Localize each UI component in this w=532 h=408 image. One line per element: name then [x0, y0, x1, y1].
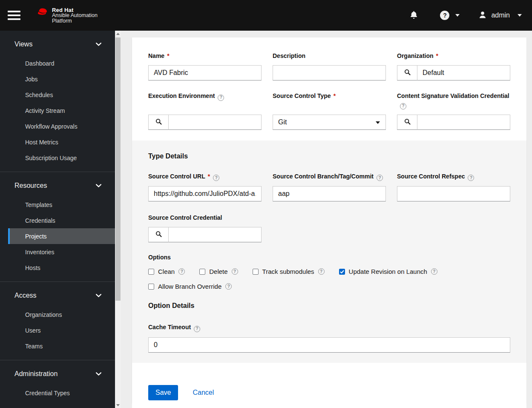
option-checkbox[interactable]	[148, 284, 154, 290]
brand-logo[interactable]: Red Hat Ansible Automation Platform	[36, 7, 98, 24]
nav-toggle-button[interactable]	[8, 11, 20, 20]
option-checkbox[interactable]	[339, 269, 345, 275]
option-label[interactable]: Delete	[209, 268, 227, 275]
save-button[interactable]: Save	[148, 385, 178, 400]
help-popover-icon[interactable]: ?	[218, 95, 224, 101]
source-control-refspec-input[interactable]	[397, 186, 510, 201]
nav-group-access-toggle[interactable]: Access	[0, 289, 115, 302]
required-asterisk: *	[208, 173, 210, 180]
scrollbar-down-arrow[interactable]	[115, 402, 121, 408]
option-clean: Clean ?	[148, 268, 185, 275]
sidebar-item-credential-types[interactable]: Credential Types	[8, 385, 115, 401]
help-menu-button[interactable]: ?	[440, 11, 460, 20]
option-allow-branch-override: Allow Branch Override ?	[148, 283, 232, 290]
help-popover-icon[interactable]: ?	[178, 268, 185, 275]
option-update-revision-on-launch: Update Revision on Launch ?	[339, 268, 437, 275]
brand-product-line2: Platform	[52, 18, 98, 24]
execution-environment-search-button[interactable]	[148, 115, 169, 130]
cache-timeout-input[interactable]	[148, 337, 510, 353]
notifications-button[interactable]	[410, 11, 418, 20]
help-popover-icon[interactable]: ?	[377, 175, 383, 181]
option-label[interactable]: Allow Branch Override	[158, 283, 221, 290]
sidebar-item-credentials[interactable]: Credentials	[8, 213, 115, 228]
main-content: Name* Description Organization*	[121, 31, 532, 408]
help-popover-icon[interactable]: ?	[468, 175, 474, 181]
help-popover-icon[interactable]: ?	[213, 175, 219, 181]
cancel-button[interactable]: Cancel	[193, 389, 214, 397]
description-input[interactable]	[273, 65, 386, 80]
organization-search-button[interactable]	[397, 65, 417, 80]
execution-environment-input[interactable]	[169, 115, 262, 130]
help-popover-icon[interactable]: ?	[400, 103, 406, 109]
form-actions-section: Save Cancel	[132, 363, 526, 408]
nav-group-access: Access Organizations Users Teams	[0, 282, 115, 360]
sidebar-item-dashboard[interactable]: Dashboard	[8, 55, 115, 71]
help-popover-icon[interactable]: ?	[194, 326, 200, 332]
option-label[interactable]: Clean	[158, 268, 175, 275]
source-control-branch-field-group: Source Control Branch/Tag/Commit?	[273, 172, 386, 202]
caret-down-icon	[376, 121, 380, 124]
help-popover-icon[interactable]: ?	[431, 268, 437, 275]
option-label[interactable]: Update Revision on Launch	[349, 268, 427, 275]
option-details-heading: Option Details	[148, 302, 510, 310]
source-control-branch-input[interactable]	[273, 186, 386, 201]
sidebar-item-projects[interactable]: Projects	[8, 228, 115, 244]
option-checkbox[interactable]	[199, 269, 205, 275]
nav-group-label: Resources	[14, 182, 47, 190]
nav-group-views-toggle[interactable]: Views	[0, 37, 115, 51]
source-control-credential-search-button[interactable]	[148, 227, 169, 242]
sidebar-item-hosts[interactable]: Hosts	[8, 260, 115, 276]
source-control-type-select[interactable]: Git	[273, 115, 386, 130]
search-icon	[404, 69, 411, 77]
sidebar-item-teams[interactable]: Teams	[8, 338, 115, 354]
sidebar-item-host-metrics[interactable]: Host Metrics	[8, 134, 115, 150]
sidebar-item-inventories[interactable]: Inventories	[8, 244, 115, 260]
help-popover-icon[interactable]: ?	[232, 268, 238, 275]
scrollbar-up-arrow[interactable]	[115, 31, 121, 37]
nav-group-administration: Administration Credential Types	[0, 360, 115, 407]
organization-field-group: Organization*	[397, 52, 510, 80]
option-delete: Delete ?	[199, 268, 238, 275]
description-label: Description	[273, 52, 386, 60]
required-asterisk: *	[334, 92, 336, 99]
sidebar-item-users[interactable]: Users	[8, 322, 115, 338]
nav-group-views: Views Dashboard Jobs Schedules Activity …	[0, 31, 115, 172]
project-edit-form-card: Name* Description Organization*	[132, 37, 526, 403]
content-signature-credential-input[interactable]	[417, 115, 510, 130]
organization-input[interactable]	[417, 65, 510, 80]
name-input[interactable]	[148, 65, 262, 80]
nav-group-administration-toggle[interactable]: Administration	[0, 367, 115, 381]
content-signature-credential-search-button[interactable]	[397, 115, 417, 130]
help-popover-icon[interactable]: ?	[318, 268, 325, 275]
source-control-refspec-field-group: Source Control Refspec?	[397, 172, 510, 202]
chevron-down-icon	[96, 294, 101, 297]
organization-label: Organization*	[397, 52, 510, 60]
nav-group-resources-toggle[interactable]: Resources	[0, 179, 115, 193]
chevron-down-icon	[455, 14, 460, 17]
sidebar-item-templates[interactable]: Templates	[8, 197, 115, 213]
source-control-url-field-group: Source Control URL*?	[148, 172, 262, 202]
option-label[interactable]: Track submodules	[262, 268, 314, 275]
sidebar-item-schedules[interactable]: Schedules	[8, 87, 115, 103]
scrollbar-thumb[interactable]	[115, 37, 121, 301]
nav-group-label: Access	[14, 292, 37, 299]
nav-group-resources: Resources Templates Credentials Projects…	[0, 172, 115, 282]
sidebar-item-organizations[interactable]: Organizations	[8, 307, 115, 322]
sidebar-item-subscription-usage[interactable]: Subscription Usage	[8, 150, 115, 166]
help-icon: ?	[440, 11, 449, 20]
search-icon	[404, 118, 411, 126]
option-checkbox[interactable]	[253, 269, 259, 275]
sidebar-item-workflow-approvals[interactable]: Workflow Approvals	[8, 118, 115, 134]
option-checkbox[interactable]	[148, 269, 154, 275]
execution-environment-field-group: Execution Environment?	[148, 92, 262, 130]
required-asterisk: *	[167, 52, 169, 59]
user-menu-button[interactable]: admin	[478, 11, 522, 20]
sidebar-item-activity-stream[interactable]: Activity Stream	[8, 103, 115, 118]
source-control-url-input[interactable]	[148, 186, 262, 201]
content-signature-credential-label: Content Signature Validation Credential?	[397, 92, 510, 109]
sidebar-nav: Views Dashboard Jobs Schedules Activity …	[0, 31, 115, 408]
source-control-credential-input[interactable]	[169, 227, 262, 242]
sidebar-item-jobs[interactable]: Jobs	[8, 71, 115, 87]
search-icon	[155, 231, 162, 238]
help-popover-icon[interactable]: ?	[225, 283, 232, 290]
